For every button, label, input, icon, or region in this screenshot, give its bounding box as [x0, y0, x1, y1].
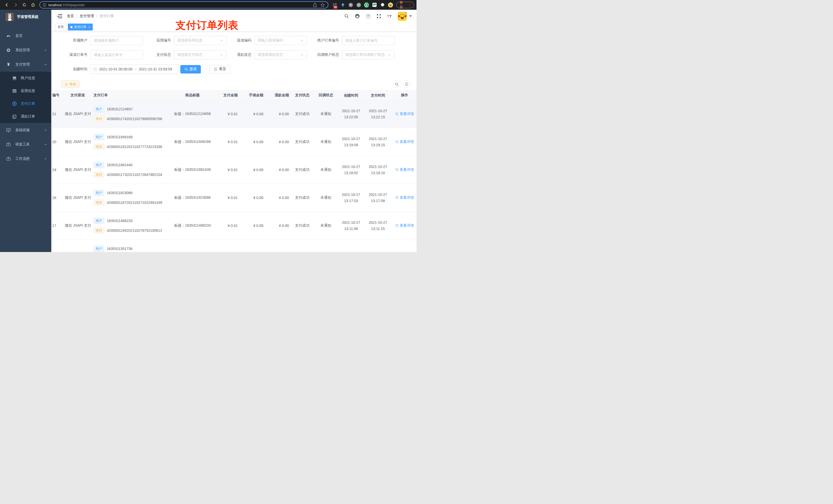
row-created-time: 2021-10-2713:18:02	[338, 164, 364, 176]
row-actions: 查看详情	[391, 223, 416, 228]
sidebar-item-system[interactable]: 系统管理	[0, 43, 51, 57]
date-start-value[interactable]: 2021-10-01 00:00:00	[99, 67, 133, 71]
table-row: 19 微信 JSAPI 支付 商户 1635311881440 支付 42000…	[52, 156, 416, 184]
row-channel: 微信 JSAPI 支付	[63, 167, 92, 172]
pay-tag: 支付	[94, 199, 104, 206]
row-fee: ¥ 0.00	[239, 112, 265, 116]
refund-status-label: 退款状态	[227, 52, 254, 57]
sidebar-item-pay-order[interactable]: 支付订单	[0, 97, 51, 110]
sidebar-menu: 首页 系统管理 ¥ 支付管理	[0, 29, 51, 166]
channel-order-field[interactable]	[90, 50, 143, 59]
merchant-select[interactable]	[90, 36, 143, 45]
extension-command-icon[interactable]: ⌘	[348, 3, 353, 7]
notify-status-select[interactable]: 请选择订单回调商户状态	[342, 50, 395, 59]
tab-close-icon[interactable]: ×	[88, 25, 90, 29]
store-icon	[12, 76, 17, 80]
view-detail-link[interactable]: 查看详情	[395, 167, 414, 172]
app-select[interactable]: 请选择应用信息	[174, 36, 227, 45]
col-amount: 支付金额	[215, 93, 239, 98]
github-icon[interactable]	[355, 14, 360, 19]
back-icon[interactable]	[3, 1, 10, 8]
sidebar-item-infra[interactable]: 基础设施	[0, 123, 51, 137]
merchant-order-field[interactable]	[342, 36, 395, 45]
filter-row-3: 创建时间 2021-10-01 00:00:00 - 2021-10-31 23…	[52, 65, 416, 74]
url-text: localhost:1024/pay/order	[48, 3, 313, 7]
extension-tasks-icon[interactable]: 10	[332, 3, 337, 7]
export-button[interactable]: 导出	[61, 80, 79, 88]
view-detail-link[interactable]: 查看详情	[395, 140, 414, 144]
merchant-order-input[interactable]	[345, 39, 391, 43]
reset-button[interactable]: 重置	[210, 65, 230, 73]
merchant-input[interactable]	[94, 39, 140, 43]
address-bar[interactable]: localhost:1024/pay/order	[40, 1, 328, 8]
row-title: 标题：1635311881439	[170, 167, 215, 172]
fullscreen-icon[interactable]	[376, 14, 381, 19]
header-search-icon[interactable]	[344, 14, 349, 19]
channel-code-select[interactable]: 请输入渠道编码	[254, 36, 307, 45]
browser-menu-icon[interactable]: ⋮	[408, 3, 411, 7]
view-detail-link[interactable]: 查看详情	[395, 195, 414, 200]
sidebar-fold-icon[interactable]	[57, 14, 62, 18]
row-pay-status: 支付成功	[290, 167, 314, 172]
channel-order-input[interactable]	[94, 53, 140, 57]
help-icon[interactable]: ?	[365, 14, 371, 19]
share-icon[interactable]	[313, 3, 317, 7]
yen-icon: ¥	[6, 62, 11, 67]
app-logo[interactable]: 芋道管理系统	[0, 10, 51, 24]
row-paid-time: 2021-10-2713:11:15	[364, 219, 391, 232]
user-avatar[interactable]	[398, 12, 407, 21]
breadcrumb-pay-manage[interactable]: 支付管理	[80, 14, 94, 19]
site-info-icon[interactable]	[43, 3, 46, 7]
breadcrumb-pay-order: 支付订单	[100, 14, 114, 19]
table-body: 21 微信 JSAPI 支付 商户 1635312124657 支付 42000…	[52, 100, 416, 252]
channel-code-label: 渠道编码	[227, 38, 254, 43]
row-fee: ¥ 0.00	[239, 223, 265, 228]
sidebar-item-workflow[interactable]: 工作流程	[0, 152, 51, 166]
date-range-picker[interactable]: 2021-10-01 00:00:00 - 2021-10-31 23:59:5…	[90, 65, 178, 74]
extensions-puzzle-icon[interactable]	[380, 3, 385, 7]
browser-update-button[interactable]: 更新 ⋮	[396, 2, 414, 8]
sidebar-item-app-info[interactable]: 应用信息	[0, 85, 51, 97]
refresh-button[interactable]	[403, 80, 410, 88]
sidebar-item-merchant-info[interactable]: 商户信息	[0, 72, 51, 85]
view-detail-link[interactable]: 查看详情	[395, 112, 414, 116]
sidebar-item-devtool[interactable]: 研发工具	[0, 137, 51, 152]
row-fee: ¥ 0.00	[239, 196, 265, 200]
table-row: 18 微信 JSAPI 支付 商户 1635311823086 支付 42000…	[52, 184, 416, 212]
view-detail-link[interactable]: 查看详情	[395, 223, 414, 228]
extension-dot-icon[interactable]	[356, 3, 361, 7]
sidebar-item-refund-order[interactable]: 退款订单	[0, 110, 51, 123]
extension-chat-icon[interactable]	[372, 3, 377, 7]
pay-tag: 支付	[94, 144, 104, 150]
col-notify-status: 回调状态	[314, 93, 338, 98]
search-button[interactable]: 搜索	[180, 65, 201, 73]
sidebar-item-home[interactable]: 首页	[0, 29, 51, 43]
tab-home[interactable]: 首页	[55, 24, 66, 30]
table-row: 20 微信 JSAPI 支付 商户 1635311949168 支付 42000…	[52, 128, 416, 156]
home-icon[interactable]	[29, 1, 37, 8]
row-notify-status: 未通知	[314, 167, 338, 172]
bookmark-star-icon[interactable]	[320, 3, 325, 7]
col-id: 编号	[52, 93, 63, 98]
toggle-search-button[interactable]	[393, 80, 400, 88]
row-actions: 查看详情	[391, 167, 416, 172]
forward-icon[interactable]	[12, 1, 19, 8]
sidebar-item-pay[interactable]: ¥ 支付管理	[0, 57, 51, 72]
font-size-icon[interactable]: TT	[387, 14, 392, 19]
refund-status-select[interactable]: 请选择退款状态	[254, 50, 307, 59]
row-created-time: 2021-10-2713:19:09	[338, 136, 364, 148]
pay-status-select[interactable]: 请选择支付状态	[174, 50, 227, 59]
breadcrumb-home[interactable]: 首页	[67, 14, 74, 19]
row-refund: ¥ 0.00	[265, 168, 290, 172]
tab-pay-order[interactable]: 支付订单 ×	[68, 24, 93, 30]
main-area: 支付订单列表 首页 / 支付管理 / 支付订单 ?	[51, 10, 416, 252]
row-created-time: 2021-10-2713:17:03	[338, 192, 364, 204]
chevron-up-icon	[44, 63, 47, 66]
reload-icon[interactable]	[21, 1, 28, 8]
row-id: 18	[52, 196, 63, 200]
avatar-caret-icon[interactable]	[409, 15, 412, 17]
extension-gem-icon[interactable]	[340, 3, 345, 7]
extension-y-icon[interactable]: y	[364, 3, 369, 7]
profile-avatar-icon[interactable]	[388, 3, 393, 7]
date-end-value[interactable]: 2021-10-31 23:59:59	[139, 67, 172, 71]
